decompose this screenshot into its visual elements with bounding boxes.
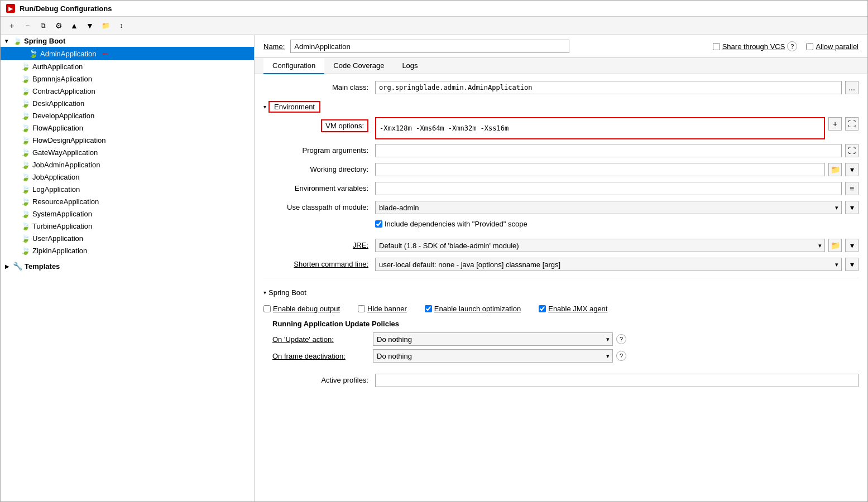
- app-name-user: UserApplication: [32, 234, 83, 243]
- enable-debug-field: Enable debug output: [263, 305, 340, 313]
- active-profiles-value-row: [375, 374, 859, 387]
- folder-button[interactable]: 📁: [99, 19, 112, 32]
- env-variables-edit-button[interactable]: ≡: [845, 182, 859, 195]
- enable-jmx-checkbox[interactable]: [539, 305, 546, 312]
- classpath-dropdown-button[interactable]: ▾: [845, 201, 859, 214]
- update-action-value-row: Do nothing Update classes and resources …: [373, 332, 626, 346]
- app-name-system: SystemApplication: [32, 210, 92, 218]
- leaf-icon-system: 🍃: [21, 209, 30, 218]
- env-variables-input[interactable]: [375, 182, 842, 195]
- templates-section[interactable]: ▶ 🔧 Templates: [1, 260, 254, 272]
- list-item-user[interactable]: 🍃 UserApplication: [1, 232, 254, 244]
- list-item-system[interactable]: 🍃 SystemApplication: [1, 207, 254, 220]
- enable-launch-checkbox[interactable]: [425, 305, 432, 312]
- leaf-icon-user: 🍃: [21, 234, 30, 243]
- tab-configuration[interactable]: Configuration: [263, 58, 324, 74]
- frame-deactivation-select[interactable]: Do nothing Update classes and resources …: [373, 349, 613, 363]
- leaf-icon-job: 🍃: [21, 172, 30, 181]
- list-item-admin[interactable]: 🍃 AdminApplication ←: [1, 47, 254, 60]
- leaf-icon-jobadmin: 🍃: [21, 160, 30, 169]
- app-name-desk: DeskApplication: [32, 99, 84, 108]
- sort-button[interactable]: ↕: [114, 19, 128, 32]
- templates-icon: 🔧: [13, 262, 22, 271]
- working-dir-dropdown-button[interactable]: ▾: [845, 163, 859, 176]
- name-input[interactable]: [290, 40, 569, 53]
- list-item-develop[interactable]: 🍃 DevelopApplication: [1, 109, 254, 122]
- list-item-resource[interactable]: 🍃 ResourceApplication: [1, 195, 254, 207]
- program-args-fullscreen-button[interactable]: ⛶: [845, 144, 859, 157]
- list-item-bpmn[interactable]: 🍃 BpmnnjsAplication: [1, 73, 254, 85]
- include-deps-row: Include dependencies with "Provided" sco…: [263, 220, 859, 234]
- classpath-select-wrapper: blade-admin: [375, 201, 842, 214]
- environment-section-header[interactable]: ▾ Environment: [263, 100, 859, 114]
- program-arguments-input[interactable]: [375, 144, 842, 157]
- allow-parallel-checkbox[interactable]: [806, 43, 813, 50]
- settings-button[interactable]: ⚙: [52, 19, 65, 32]
- copy-button[interactable]: ⧉: [36, 19, 50, 32]
- move-up-button[interactable]: ▲: [68, 19, 81, 32]
- program-arguments-value-row: ⛶: [375, 144, 859, 157]
- update-action-select[interactable]: Do nothing Update classes and resources …: [373, 332, 613, 346]
- list-item-auth[interactable]: 🍃 AuthApplication: [1, 60, 254, 73]
- shorten-cmd-dropdown-button[interactable]: ▾: [845, 258, 859, 271]
- working-dir-browse-button[interactable]: 📁: [828, 163, 842, 176]
- list-item-log[interactable]: 🍃 LogApplication: [1, 183, 254, 195]
- main-class-browse-button[interactable]: ...: [845, 81, 859, 94]
- list-item-flow[interactable]: 🍃 FlowApplication: [1, 122, 254, 134]
- tab-logs[interactable]: Logs: [393, 58, 426, 74]
- jre-browse-button[interactable]: 📁: [828, 239, 842, 252]
- app-icon: ▶: [6, 4, 15, 13]
- spring-boot-settings-header[interactable]: ▾ Spring Boot: [263, 287, 859, 298]
- spring-boot-icon: 🍃: [13, 37, 22, 45]
- vm-options-row: VM options: + ⛶: [263, 117, 859, 139]
- vm-options-input[interactable]: [375, 117, 825, 139]
- main-class-input[interactable]: [375, 81, 842, 94]
- left-panel: ▾ 🍃 Spring Boot 🍃 AdminApplication ← 🍃 A…: [1, 35, 255, 501]
- app-name-job: JobApplication: [32, 173, 80, 181]
- app-name-gateway: GateWayApplication: [32, 148, 98, 157]
- frame-deactivation-help-button[interactable]: ?: [616, 351, 626, 361]
- list-item-desk[interactable]: 🍃 DeskApplication: [1, 97, 254, 109]
- jre-dropdown-button[interactable]: ▾: [845, 239, 859, 252]
- active-profiles-input[interactable]: [375, 374, 859, 387]
- add-button[interactable]: +: [5, 19, 18, 32]
- enable-launch-label: Enable launch optimization: [434, 305, 521, 313]
- list-item-gateway[interactable]: 🍃 GateWayApplication: [1, 146, 254, 158]
- remove-button[interactable]: −: [21, 19, 34, 32]
- include-deps-field: Include dependencies with "Provided" sco…: [375, 220, 527, 228]
- list-item-contract[interactable]: 🍃 ContractApplication: [1, 85, 254, 97]
- vm-options-expand-button[interactable]: +: [828, 117, 842, 131]
- name-label: Name:: [263, 42, 285, 51]
- app-name-flowdesign: FlowDesignApplication: [32, 136, 106, 144]
- frame-deactivation-label: On frame deactivation:: [272, 352, 373, 360]
- update-action-help-button[interactable]: ?: [616, 334, 626, 344]
- share-vcs-help[interactable]: ?: [787, 41, 797, 51]
- share-vcs-label: Share through VCS: [722, 42, 785, 51]
- spring-boot-section[interactable]: ▾ 🍃 Spring Boot: [1, 35, 254, 47]
- list-item-turbine[interactable]: 🍃 TurbineApplication: [1, 220, 254, 232]
- tab-code-coverage[interactable]: Code Coverage: [324, 58, 393, 74]
- hide-banner-checkbox[interactable]: [358, 305, 365, 312]
- working-directory-input[interactable]: [375, 163, 825, 176]
- spring-boot-settings-arrow: ▾: [263, 289, 266, 296]
- toolbar: + − ⧉ ⚙ ▲ ▼ 📁 ↕: [1, 17, 867, 35]
- list-item-jobadmin[interactable]: 🍃 JobAdminApplication: [1, 158, 254, 171]
- list-item-job[interactable]: 🍃 JobApplication: [1, 171, 254, 183]
- spring-boot-label: Spring Boot: [24, 37, 65, 45]
- vm-options-fullscreen-button[interactable]: ⛶: [845, 117, 859, 131]
- share-vcs-checkbox[interactable]: [713, 43, 720, 50]
- allow-parallel-option: Allow parallel: [806, 42, 859, 51]
- enable-debug-checkbox[interactable]: [263, 305, 271, 312]
- environment-arrow-icon: ▾: [263, 104, 266, 110]
- app-name-develop: DevelopApplication: [32, 112, 94, 120]
- classpath-select[interactable]: blade-admin: [375, 201, 842, 214]
- jre-select[interactable]: Default (1.8 - SDK of 'blade-admin' modu…: [375, 239, 825, 252]
- shorten-cmd-select[interactable]: user-local default: none - java [options…: [375, 258, 842, 271]
- list-item-zipkin[interactable]: 🍃 ZipkinApplication: [1, 244, 254, 257]
- move-down-button[interactable]: ▼: [83, 19, 97, 32]
- frame-deactivation-select-wrapper: Do nothing Update classes and resources …: [373, 349, 613, 363]
- include-deps-checkbox[interactable]: [375, 220, 382, 228]
- list-item-flowdesign[interactable]: 🍃 FlowDesignApplication: [1, 134, 254, 146]
- name-bar: Name: Share through VCS ? Allow parallel: [255, 35, 867, 58]
- frame-deactivation-value-row: Do nothing Update classes and resources …: [373, 349, 626, 363]
